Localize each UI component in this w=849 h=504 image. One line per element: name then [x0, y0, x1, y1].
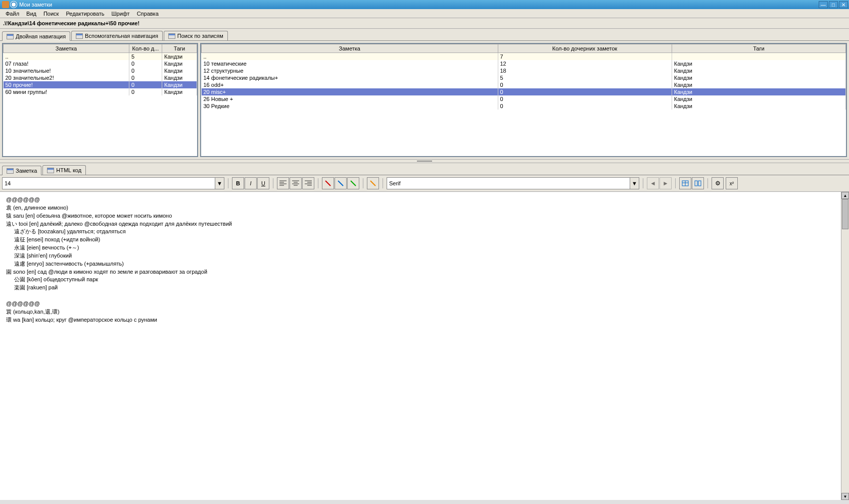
gear-button[interactable]: ⚙ — [712, 177, 724, 189]
table-row[interactable]: 20 значительные2!0Кандзи — [4, 74, 197, 81]
content-line: 猿 saru [en] обезьяна @животное, которое … — [6, 212, 843, 220]
table-button[interactable] — [679, 177, 691, 189]
color-orange-button[interactable] — [367, 177, 379, 189]
align-left-button[interactable] — [277, 177, 289, 189]
table-row[interactable]: 60 мини группы!0Кандзи — [4, 88, 197, 95]
content-line: 園 sono [en] сад @люди в кимоно ходят по … — [6, 268, 843, 276]
right-table[interactable]: Заметка Кол-во дочерних заметок Таги ..7… — [201, 44, 846, 110]
col-tags[interactable]: Таги — [162, 44, 197, 53]
tab-aux-nav[interactable]: Вспомогательная навигация — [71, 31, 163, 40]
color-red-button[interactable] — [322, 177, 334, 189]
editor-content[interactable]: @@@@@@袁 (en, длинное кимоно)猿 saru [en] … — [0, 192, 849, 500]
table-row[interactable]: 10 тематические12Кандзи — [202, 60, 846, 67]
tab-icon — [7, 34, 14, 39]
split-button[interactable] — [692, 177, 704, 189]
menu-font[interactable]: Шрифт — [108, 10, 133, 18]
table-row[interactable]: 14 фонетические радикалы+5Кандзи — [202, 74, 846, 81]
minimize-button[interactable]: — — [819, 1, 828, 8]
separator — [318, 178, 318, 188]
editor-tabs: Заметка HTML код — [0, 163, 849, 175]
tab-icon — [168, 33, 175, 39]
table-row[interactable]: 50 прочие!0Кандзи — [4, 81, 197, 88]
vertical-scrollbar[interactable]: ▲ ▼ — [841, 192, 849, 500]
close-button[interactable]: ✕ — [839, 1, 848, 8]
scroll-thumb[interactable] — [842, 199, 848, 229]
table-row[interactable]: 20 misc+0Кандзи — [202, 88, 846, 95]
scroll-up-button[interactable]: ▲ — [841, 192, 849, 199]
font-name-combo[interactable]: Serif ▼ — [387, 177, 639, 189]
content-line — [6, 292, 843, 299]
font-size-combo[interactable]: 14 ▼ — [2, 177, 224, 189]
menu-file[interactable]: Файл — [2, 10, 23, 18]
table-row[interactable]: 26 Новые +0Кандзи — [202, 95, 846, 103]
separator — [675, 178, 676, 188]
separator — [228, 178, 228, 188]
col-children[interactable]: Кол-во д... — [129, 44, 162, 53]
color-green-button[interactable] — [347, 177, 359, 189]
separator — [708, 178, 708, 188]
separator — [273, 178, 273, 188]
content-line: 遠ざかる [toozakaru] удаляться; отдаляться — [6, 228, 843, 235]
scroll-down-button[interactable]: ▼ — [841, 493, 849, 500]
content-line: 睘 (кольцо,kan,還,環) — [6, 308, 843, 316]
separator — [383, 178, 383, 188]
horizontal-splitter[interactable] — [0, 159, 849, 163]
table-row[interactable]: 16 odd+0Кандзи — [202, 81, 846, 88]
tab-dual-nav[interactable]: Двойная навигация — [2, 31, 70, 41]
col-children[interactable]: Кол-во дочерних заметок — [498, 44, 672, 53]
left-table-wrap: Заметка Кол-во д... Таги ..5Кандзи07 гла… — [2, 43, 198, 157]
content-line: @@@@@@ — [6, 196, 843, 204]
left-table[interactable]: Заметка Кол-во д... Таги ..5Кандзи07 гла… — [3, 44, 197, 95]
separator — [363, 178, 363, 188]
menu-edit[interactable]: Редактировать — [62, 10, 108, 18]
superscript-button[interactable]: x² — [726, 177, 738, 189]
content-line: 永遠 [eien] вечность (+～) — [6, 244, 843, 251]
app-icon — [10, 1, 17, 8]
col-tags[interactable]: Таги — [672, 44, 845, 53]
content-line: 袁 (en, длинное кимоно) — [6, 204, 843, 212]
align-right-button[interactable] — [302, 177, 314, 189]
menu-view[interactable]: Вид — [23, 10, 40, 18]
color-blue-button[interactable] — [335, 177, 347, 189]
col-note[interactable]: Заметка — [4, 44, 129, 53]
table-row[interactable]: 30 Редкие0Кандзи — [202, 103, 846, 110]
separator — [643, 178, 643, 188]
content-line: 遠征 [ensei] поход (+идти войной) — [6, 236, 843, 243]
menu-help[interactable]: Справка — [133, 10, 162, 18]
table-row[interactable]: ..7 — [202, 53, 846, 61]
tab-icon — [7, 168, 14, 174]
nav-back-button[interactable]: ◄ — [647, 177, 659, 189]
tab-icon — [47, 168, 54, 173]
content-line: 深遠 [shin'en] глубокий — [6, 252, 843, 260]
content-line: 公園 [kōen] общедоступный парк — [6, 276, 843, 283]
tab-html-code[interactable]: HTML код — [42, 165, 86, 175]
table-row[interactable]: 10 значительные!0Кандзи — [4, 67, 197, 74]
maximize-button[interactable]: □ — [829, 1, 838, 8]
menu-search[interactable]: Поиск — [40, 10, 62, 18]
tables-container: Заметка Кол-во д... Таги ..5Кандзи07 гла… — [0, 41, 849, 159]
nav-forward-button[interactable]: ► — [659, 177, 672, 189]
menu-bar: Файл Вид Поиск Редактировать Шрифт Справ… — [0, 9, 849, 18]
breadcrumb: .\!Кандзи\14 фонетические радикалы+\50 п… — [0, 18, 849, 29]
chevron-down-icon[interactable]: ▼ — [630, 178, 639, 189]
italic-button[interactable]: I — [245, 177, 257, 189]
tab-note[interactable]: Заметка — [2, 166, 41, 175]
bold-button[interactable]: B — [232, 177, 244, 189]
svg-rect-15 — [695, 181, 697, 186]
nav-tabs: Двойная навигация Вспомогательная навига… — [0, 29, 849, 41]
align-center-button[interactable] — [290, 177, 302, 189]
tab-icon — [76, 33, 83, 39]
tab-search-records[interactable]: Поиск по записям — [164, 31, 228, 40]
table-row[interactable]: 12 структурные18Кандзи — [202, 67, 846, 74]
content-line: 環 wa [kan] кольцо; круг @императорское к… — [6, 316, 843, 324]
col-note[interactable]: Заметка — [202, 44, 498, 53]
table-row[interactable]: ..5Кандзи — [4, 53, 197, 61]
content-line: @@@@@@ — [6, 300, 843, 308]
content-line: 遠い tooi [en] далёкий; далеко @свободная … — [6, 220, 843, 228]
content-line: 遠慮 [enryo] застенчивость (+размышлять) — [6, 260, 843, 268]
table-row[interactable]: 07 глаза!0Кандзи — [4, 60, 197, 67]
underline-button[interactable]: U — [257, 177, 269, 189]
java-icon — [2, 1, 9, 8]
title-bar: Мои заметки — □ ✕ — [0, 0, 849, 9]
chevron-down-icon[interactable]: ▼ — [215, 178, 224, 189]
